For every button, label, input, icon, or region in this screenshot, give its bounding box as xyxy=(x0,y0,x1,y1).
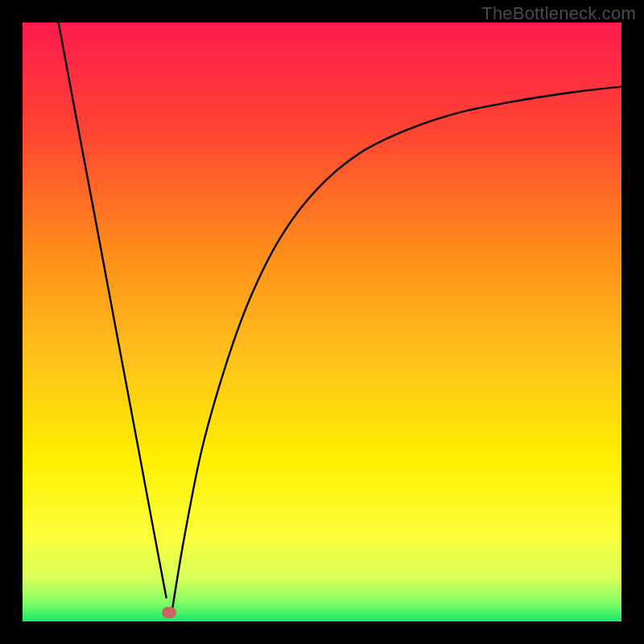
plot-area xyxy=(23,23,621,621)
minimum-marker xyxy=(162,607,176,617)
site-watermark: TheBottleneck.com xyxy=(481,3,636,24)
curve-layer xyxy=(23,23,621,621)
curve-left-branch xyxy=(59,23,167,597)
chart-stage: TheBottleneck.com xyxy=(0,0,644,644)
curve-right-branch xyxy=(172,87,621,610)
